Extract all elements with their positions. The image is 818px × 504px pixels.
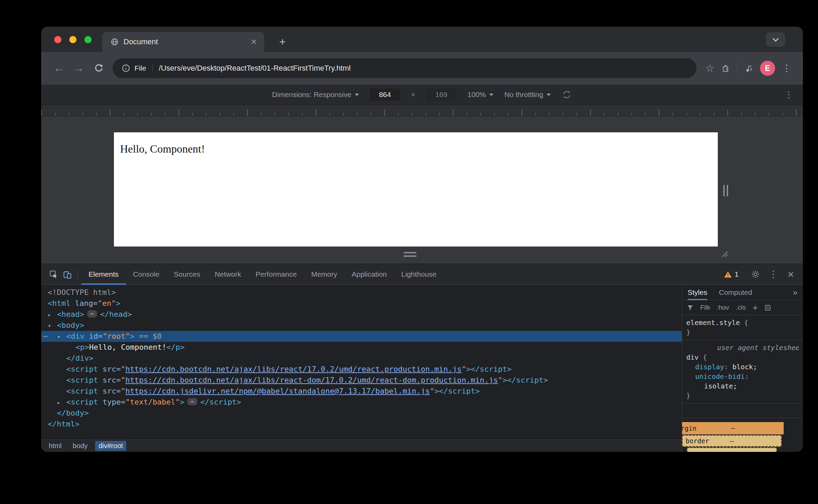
css-token: isolate; <box>704 382 737 390</box>
browser-menu-button[interactable]: ⋮ <box>779 63 794 74</box>
resize-handle-corner[interactable] <box>720 249 729 258</box>
viewport-height-input[interactable]: 169 <box>426 88 456 101</box>
expand-arrow-icon[interactable]: ▾ <box>48 320 57 331</box>
warning-count: 1 <box>735 271 738 278</box>
dom-tree-row[interactable]: <html lang="en"> <box>41 298 682 309</box>
expand-arrow-icon[interactable]: ▾ <box>57 331 66 342</box>
code-token: </html> <box>48 420 80 428</box>
rendered-page[interactable]: Hello, Component! <box>114 132 718 247</box>
device-toolbar-toggle-icon[interactable] <box>60 267 74 281</box>
code-token: " <box>461 365 466 373</box>
resize-handle-bottom[interactable] <box>404 252 417 257</box>
styles-filter-input[interactable] <box>700 304 710 311</box>
close-tab-icon[interactable]: × <box>250 37 258 47</box>
css-line[interactable]: display: block; <box>686 362 799 372</box>
viewport-width-input[interactable]: 864 <box>370 88 400 101</box>
dom-tree-row[interactable]: </div> <box>41 353 682 364</box>
devtools-menu-button[interactable]: ⋮ <box>765 269 781 280</box>
dom-tree-row[interactable]: <script src="https://cdn.bootcdn.net/aja… <box>41 364 682 375</box>
browser-tab[interactable]: Document × <box>102 32 264 52</box>
minimize-window-button[interactable] <box>69 36 77 43</box>
devtools-tab-memory[interactable]: Memory <box>304 264 344 285</box>
device-toolbar-menu-button[interactable]: ⋮ <box>784 89 793 100</box>
dom-tree-row[interactable]: <script src="https://cdn.bootcdn.net/aja… <box>41 375 682 386</box>
dom-tree-row[interactable]: <p>Hello, Component!</p> <box>41 342 682 353</box>
dom-tree-row[interactable]: </body> <box>41 408 682 419</box>
css-token: : <box>745 372 749 381</box>
new-tab-button[interactable]: + <box>275 35 290 49</box>
code-token: <script <box>66 387 98 395</box>
dom-tree-row[interactable]: ▾<body> <box>41 320 682 331</box>
code-token: == $0 <box>135 332 162 340</box>
code-token: <body> <box>57 321 84 329</box>
devtools-tab-sources[interactable]: Sources <box>167 264 208 285</box>
bookmark-star-icon[interactable]: ☆ <box>705 62 714 74</box>
back-button[interactable]: ← <box>50 59 68 77</box>
resource-link[interactable]: https://cdn.jsdelivr.net/npm/@babel/stan… <box>125 387 430 395</box>
devtools-tab-elements[interactable]: Elements <box>81 264 126 285</box>
info-icon[interactable] <box>121 64 130 73</box>
breadcrumb-item-html[interactable]: html <box>45 441 65 451</box>
new-style-rule-button[interactable]: + <box>752 303 758 313</box>
dom-tree-row[interactable]: ▸<script type="text/babel">⋯</script> <box>41 397 682 408</box>
css-line[interactable]: } <box>686 391 799 400</box>
pseudo-state-toggle[interactable]: :hov <box>717 304 729 311</box>
zoom-window-button[interactable] <box>84 36 92 43</box>
element-classes-toggle[interactable]: .cls <box>736 304 746 311</box>
dom-tree-row[interactable]: ⋯▾<div id="root"> == $0 <box>41 331 682 342</box>
css-line[interactable]: } <box>686 327 799 337</box>
url-text[interactable]: /Users/eve/Desktop/ReactTest/01-ReactFir… <box>159 64 351 73</box>
resource-link[interactable]: https://cdn.bootcdn.net/ajax/libs/react/… <box>125 365 461 373</box>
dimensions-select[interactable]: Dimensions: Responsive <box>272 91 359 99</box>
media-controls-icon[interactable] <box>742 61 756 75</box>
expand-arrow-icon[interactable]: ▸ <box>57 397 66 408</box>
resize-handle-right[interactable] <box>723 185 728 196</box>
code-token: ></script> <box>466 365 512 373</box>
dom-tree-row[interactable]: ▸<head>⋯</head> <box>41 309 682 320</box>
warnings-badge[interactable]: 1 <box>724 271 738 278</box>
resource-link[interactable]: https://cdn.bootcdn.net/ajax/libs/react-… <box>125 376 498 384</box>
code-token: src= <box>98 376 121 384</box>
more-tabs-icon[interactable]: » <box>793 288 797 297</box>
breadcrumb-item-div-root[interactable]: div#root <box>95 441 126 451</box>
tab-search-button[interactable] <box>766 32 785 47</box>
styles-tab-computed[interactable]: Computed <box>719 285 752 300</box>
address-bar[interactable]: File /Users/eve/Desktop/ReactTest/01-Rea… <box>113 58 697 78</box>
breadcrumb-item-body[interactable]: body <box>69 441 91 451</box>
css-line[interactable]: isolate; <box>686 381 799 391</box>
expand-arrow-icon[interactable]: ▸ <box>48 309 57 320</box>
devtools-tab-network[interactable]: Network <box>208 264 248 285</box>
emulated-viewport: Hello, Component! <box>41 116 803 264</box>
reload-button[interactable] <box>90 59 108 77</box>
devtools-settings-gear-icon[interactable] <box>749 267 762 281</box>
devtools-tab-lighthouse[interactable]: Lighthouse <box>394 264 444 285</box>
rendering-emulation-icon[interactable] <box>764 304 771 311</box>
styles-tab-styles[interactable]: Styles <box>688 285 707 300</box>
devtools-close-button[interactable]: × <box>784 268 797 281</box>
margin-value[interactable]: – <box>682 424 784 432</box>
profile-avatar[interactable]: E <box>760 61 775 76</box>
css-line[interactable]: element.style { <box>686 318 799 327</box>
border-value[interactable]: – <box>683 437 781 445</box>
inspect-element-icon[interactable] <box>47 267 60 281</box>
zoom-select[interactable]: 100% <box>467 91 493 99</box>
style-rule-section: user agent stylesheetdiv {display: block… <box>682 340 803 404</box>
throttling-select[interactable]: No throttling <box>504 91 551 99</box>
code-token: <script <box>66 365 98 373</box>
css-line[interactable]: unicode-bidi: <box>686 372 799 381</box>
filter-funnel-icon <box>687 304 693 311</box>
devtools-tab-performance[interactable]: Performance <box>248 264 304 285</box>
devtools-tab-console[interactable]: Console <box>126 264 167 285</box>
dom-tree-row[interactable]: </html> <box>41 419 682 430</box>
close-window-button[interactable] <box>54 36 61 43</box>
extensions-puzzle-icon[interactable] <box>718 61 732 75</box>
devtools-tab-application[interactable]: Application <box>344 264 394 285</box>
css-line[interactable]: div { <box>686 352 799 362</box>
page-paragraph: Hello, Component! <box>120 143 718 155</box>
box-model: margin – border – <box>682 418 803 452</box>
dom-tree-row[interactable]: <!DOCTYPE html> <box>41 287 682 298</box>
row-actions-icon[interactable]: ⋯ <box>43 331 47 342</box>
forward-button[interactable]: → <box>70 59 88 77</box>
rotate-viewport-button[interactable] <box>562 89 572 100</box>
dom-tree-row[interactable]: <script src="https://cdn.jsdelivr.net/np… <box>41 386 682 397</box>
